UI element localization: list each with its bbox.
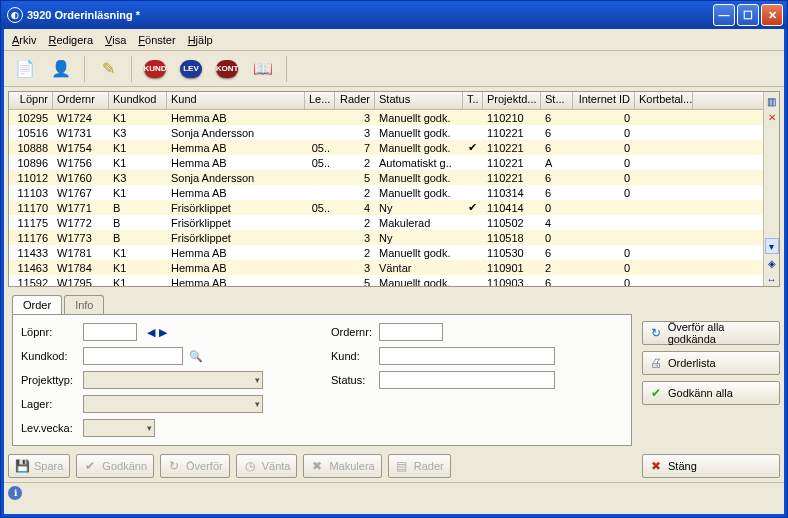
overfor-button[interactable]: ↻Överför [160, 454, 230, 478]
orderlista-button[interactable]: 🖨Orderlista [642, 351, 780, 375]
col-ordernr[interactable]: Ordernr [53, 92, 109, 109]
cell-st: 6 [541, 247, 573, 259]
cell-kund: Hemma AB [167, 262, 305, 274]
wait-icon: ◷ [243, 459, 257, 473]
cell-internet: 0 [573, 277, 635, 287]
cell-kundkod: B [109, 232, 167, 244]
tab-info[interactable]: Info [64, 295, 104, 314]
grid-close-icon[interactable]: ✕ [765, 110, 779, 124]
cell-status: Manuellt godk. [375, 127, 463, 139]
prev-icon[interactable]: ◀ [145, 326, 157, 339]
kund-input[interactable] [379, 347, 555, 365]
menu-visa[interactable]: Visa [105, 34, 126, 46]
table-row[interactable]: 11463W1784K1Hemma AB3Väntar11090120 [9, 260, 763, 275]
table-row[interactable]: 11176W1773BFrisörklippet3Ny1105180 [9, 230, 763, 245]
col-st[interactable]: St... [541, 92, 573, 109]
table-row[interactable]: 10295W1724K1Hemma AB3Manuellt godk.11021… [9, 110, 763, 125]
spara-button[interactable]: 💾Spara [8, 454, 70, 478]
tab-order[interactable]: Order [12, 295, 62, 314]
table-row[interactable]: 10516W1731K3Sonja Andersson3Manuellt god… [9, 125, 763, 140]
projekttyp-select[interactable] [83, 371, 263, 389]
next-icon[interactable]: ▶ [157, 326, 169, 339]
cell-st: 6 [541, 142, 573, 154]
cell-rader: 4 [335, 202, 375, 214]
menu-fonster[interactable]: Fönster [138, 34, 175, 46]
cell-ordernr: W1724 [53, 112, 109, 124]
vanta-button[interactable]: ◷Vänta [236, 454, 298, 478]
lopnr-input[interactable] [83, 323, 137, 341]
table-row[interactable]: 11103W1767K1Hemma AB2Manuellt godk.11031… [9, 185, 763, 200]
menu-redigera[interactable]: Redigera [48, 34, 93, 46]
grid-resize-icon[interactable]: ↔ [765, 272, 779, 286]
delete-icon: ✖ [310, 459, 324, 473]
menu-hjalp[interactable]: Hjälp [188, 34, 213, 46]
cell-status: Ny [375, 202, 463, 214]
cell-rader: 3 [335, 112, 375, 124]
new-doc-icon[interactable]: 📄 [10, 55, 40, 83]
transfer-icon: ↻ [649, 326, 663, 340]
kund-badge-icon[interactable]: KUND [140, 55, 170, 83]
table-row[interactable]: 11012W1760K3Sonja Andersson5Manuellt god… [9, 170, 763, 185]
makulera-button[interactable]: ✖Makulera [303, 454, 381, 478]
grid-rows[interactable]: 10295W1724K1Hemma AB3Manuellt godk.11021… [9, 110, 763, 286]
cell-le: 05.. [305, 157, 335, 169]
col-internet[interactable]: Internet ID [573, 92, 635, 109]
cell-lopnr: 11103 [9, 187, 53, 199]
cell-kundkod: K1 [109, 112, 167, 124]
cell-projektd: 110221 [483, 157, 541, 169]
table-row[interactable]: 11175W1772BFrisörklippet2Makulerad110502… [9, 215, 763, 230]
cell-ordernr: W1795 [53, 277, 109, 287]
col-projektd[interactable]: Projektd... [483, 92, 541, 109]
table-row[interactable]: 11433W1781K1Hemma AB2Manuellt godk.11053… [9, 245, 763, 260]
cell-projektd: 110221 [483, 142, 541, 154]
table-row[interactable]: 10896W1756K1Hemma AB05..2Automatiskt g..… [9, 155, 763, 170]
minimize-button[interactable]: — [713, 4, 735, 26]
col-lopnr[interactable]: Löpnr [9, 92, 53, 109]
grid-columns-icon[interactable]: ▥ [765, 94, 779, 108]
col-status[interactable]: Status [375, 92, 463, 109]
cell-projektd: 110414 [483, 202, 541, 214]
edit-icon[interactable]: ✎ [93, 55, 123, 83]
col-rader[interactable]: Rader [335, 92, 375, 109]
cell-ordernr: W1754 [53, 142, 109, 154]
cell-kundkod: K3 [109, 172, 167, 184]
table-row[interactable]: 11592W1795K1Hemma AB5Manuellt godk.11090… [9, 275, 763, 286]
lager-label: Lager: [21, 398, 83, 410]
menu-arkiv[interactable]: Arkiv [12, 34, 36, 46]
cell-st: 6 [541, 187, 573, 199]
col-kund[interactable]: Kund [167, 92, 305, 109]
book-icon[interactable]: 📖 [248, 55, 278, 83]
col-t[interactable]: T.. [463, 92, 483, 109]
cell-kundkod: B [109, 217, 167, 229]
cell-rader: 3 [335, 232, 375, 244]
lev-badge-icon[interactable]: LEV [176, 55, 206, 83]
col-kundkod[interactable]: Kundkod [109, 92, 167, 109]
table-row[interactable]: 11170W1771BFrisörklippet05..4Ny✔1104140 [9, 200, 763, 215]
lager-select[interactable] [83, 395, 263, 413]
maximize-button[interactable]: ☐ [737, 4, 759, 26]
col-le[interactable]: Le... [305, 92, 335, 109]
table-row[interactable]: 10888W1754K1Hemma AB05..7Manuellt godk.✔… [9, 140, 763, 155]
lookup-icon[interactable]: 🔍 [189, 350, 203, 363]
cell-internet: 0 [573, 157, 635, 169]
cell-lopnr: 11170 [9, 202, 53, 214]
add-user-icon[interactable]: 👤 [46, 55, 76, 83]
godkann-button[interactable]: ✔Godkänn [76, 454, 154, 478]
close-button[interactable]: ✕ [761, 4, 783, 26]
status-input[interactable] [379, 371, 555, 389]
overfor-alla-button[interactable]: ↻Överför alla godkända [642, 321, 780, 345]
cell-ordernr: W1773 [53, 232, 109, 244]
cell-internet: 0 [573, 127, 635, 139]
godkann-alla-button[interactable]: ✔Godkänn alla [642, 381, 780, 405]
rader-button[interactable]: ▤Rader [388, 454, 451, 478]
grid-nav-icon[interactable]: ◈ [765, 256, 779, 270]
col-kortbetal[interactable]: Kortbetal... [635, 92, 693, 109]
cell-kundkod: K1 [109, 262, 167, 274]
ordernr-input[interactable] [379, 323, 443, 341]
kont-badge-icon[interactable]: KONT [212, 55, 242, 83]
stang-button[interactable]: ✖Stäng [642, 454, 780, 478]
grid-scroll-down-icon[interactable]: ▾ [765, 238, 779, 254]
levvecka-select[interactable] [83, 419, 155, 437]
kundkod-input[interactable] [83, 347, 183, 365]
cell-kund: Hemma AB [167, 247, 305, 259]
